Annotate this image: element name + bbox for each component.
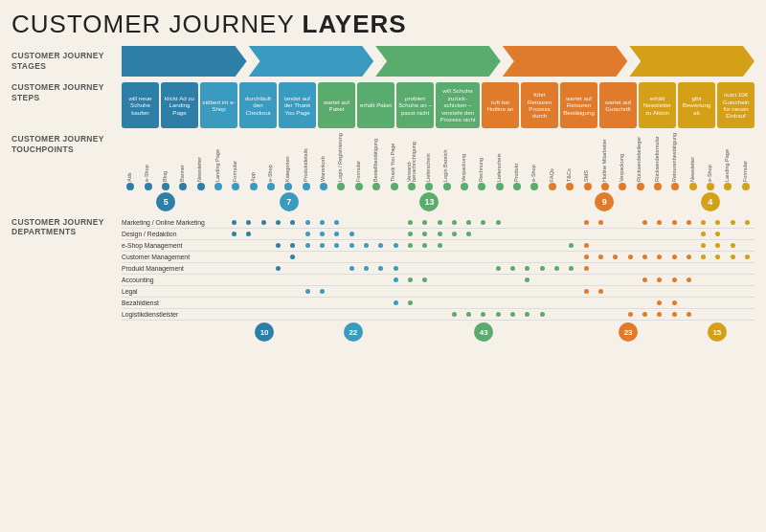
touchpoint-dot — [707, 183, 714, 190]
tp-count-cell — [385, 190, 402, 213]
touchpoint-label: Formular — [737, 132, 755, 182]
dept-dot — [438, 243, 442, 248]
tp-count-badge: 5 — [156, 192, 175, 211]
dept-dot-cell — [666, 277, 681, 282]
dept-dot-cell — [579, 220, 594, 225]
dept-count-cell — [376, 322, 391, 342]
dept-dot-cell — [359, 243, 373, 248]
dept-row — [227, 217, 755, 229]
touchpoint-label: Bestellbestätigung — [368, 132, 385, 182]
touchpoint-dot — [355, 183, 363, 190]
touchpoint-label: e-Shop — [139, 132, 156, 182]
dept-dot — [687, 220, 691, 225]
tp-count-cell — [737, 190, 755, 213]
dept-dot — [496, 312, 501, 317]
dept-count-cell: 22 — [344, 322, 363, 342]
tp-count-cell — [560, 190, 577, 213]
dept-dot — [628, 255, 633, 259]
dept-dot-cell — [315, 220, 329, 225]
touchpoint-dot — [267, 183, 275, 190]
dept-count-cell — [507, 322, 522, 342]
dept-dot-cell — [564, 266, 578, 271]
dept-dot-cell — [388, 243, 402, 248]
dept-dot — [290, 243, 295, 248]
touchpoint-label: e-Shop — [526, 132, 543, 182]
dept-dot — [731, 243, 735, 248]
touchpoint-label: Login Bereich — [438, 132, 455, 182]
touchpoint-dot-cell — [350, 183, 368, 190]
dept-dot — [672, 277, 677, 282]
stage-consideration — [249, 46, 374, 77]
step-7: erhält Paket — [357, 82, 394, 128]
touchpoint-dot-cell — [403, 183, 420, 190]
dept-count-cell — [549, 322, 563, 342]
step-14: erhält Newsletter zu Aktion — [639, 82, 676, 128]
touchpoint-label: e-Shop — [702, 132, 719, 182]
dept-dot-cell — [622, 255, 637, 259]
touchpoint-dot — [671, 183, 679, 190]
dept-dot-cell — [462, 232, 476, 236]
touchpoint-dot-cell — [685, 183, 702, 190]
touchpoint-dot-cell — [245, 183, 262, 190]
dept-count-badge: 23 — [619, 322, 638, 342]
dept-row — [227, 229, 755, 240]
dept-dot-cell — [388, 300, 402, 305]
dept-count-cell — [521, 322, 535, 342]
dept-dot — [584, 255, 589, 259]
tp-count-cell — [299, 190, 316, 213]
touchpoint-dot — [337, 183, 345, 190]
dept-dot — [334, 232, 339, 236]
dept-dot-cell — [710, 255, 725, 259]
stage-service — [503, 46, 628, 77]
dept-dot-cell — [638, 255, 652, 259]
dept-dot-cell — [638, 277, 652, 282]
touchpoint-dot-cell — [649, 183, 666, 190]
touchpoint-dot — [425, 183, 433, 190]
touchpoint-labels: Adse-ShopBlogBannerNewsletterLanding Pag… — [122, 132, 755, 182]
step-12: wartet auf Retouren Bestätigung — [560, 82, 597, 128]
dept-count-cell — [652, 322, 666, 342]
dept-dot — [510, 312, 515, 317]
step-9: will Schuhe zurück­schicken – versteht d… — [436, 82, 480, 128]
tp-count-cell — [316, 190, 333, 213]
dept-dot — [305, 232, 310, 236]
touchpoint-label: Blog — [157, 132, 174, 182]
touchpoint-dot — [637, 183, 644, 190]
step-11: führt Retouren Prozess durch — [521, 82, 558, 128]
dept-count-cell — [288, 322, 303, 342]
dept-name: Bezahldienst — [122, 298, 227, 309]
dept-dot-cell — [535, 266, 550, 271]
tp-count-cell — [210, 190, 227, 213]
dept-dot — [687, 312, 691, 317]
dept-dot — [290, 255, 295, 259]
touchpoint-dot-cell — [315, 183, 332, 190]
tp-count-cell — [666, 190, 684, 213]
dept-count-cell — [302, 322, 316, 342]
dept-dot — [394, 243, 398, 248]
touchpoint-label: Verpackung — [614, 132, 631, 182]
dept-dot — [715, 220, 720, 225]
touchpoint-dot-cell — [262, 183, 280, 190]
dept-dot — [232, 232, 237, 236]
dept-dot — [584, 243, 589, 248]
touchpoint-dot-cell — [544, 183, 561, 190]
touchpoint-dot-cell — [631, 183, 648, 190]
touchpoint-label: Thank You Page — [385, 132, 402, 182]
dept-dot — [305, 289, 310, 294]
tp-count-cell: 13 — [419, 190, 439, 213]
dept-names-col: Marketing / Online MarketingDesign / Red… — [122, 217, 227, 321]
dept-dot — [422, 243, 427, 248]
touchpoint-dot — [408, 183, 416, 190]
dept-dot-cell — [447, 232, 462, 236]
dept-dot-cell — [373, 243, 388, 248]
dept-dot-cell — [388, 277, 402, 282]
dept-count-cell — [493, 322, 507, 342]
touchpoint-dot — [530, 183, 538, 190]
dept-dot-cell — [682, 220, 696, 225]
stages-container — [122, 46, 755, 77]
dept-dot — [657, 277, 662, 282]
dept-dot-cell — [520, 277, 534, 282]
step-3: stöbert im e-Shop — [200, 82, 237, 128]
touchpoint-dot — [654, 183, 662, 190]
dept-dot-cell — [257, 220, 271, 225]
